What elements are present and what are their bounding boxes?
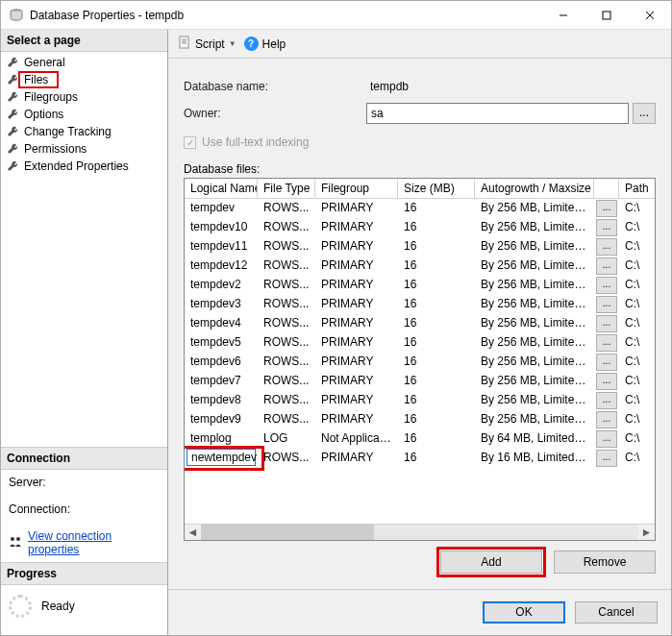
page-item-change-tracking[interactable]: Change Tracking bbox=[1, 123, 167, 140]
cell-filegroup[interactable]: PRIMARY bbox=[315, 237, 398, 257]
autogrowth-edit-button[interactable]: ... bbox=[596, 219, 617, 236]
logical-name-editor[interactable]: newtempdev| bbox=[187, 449, 256, 466]
scroll-left-icon[interactable]: ◄ bbox=[185, 525, 201, 541]
script-button[interactable]: Script ▼ bbox=[178, 36, 236, 52]
database-files-grid[interactable]: Logical Name File Type Filegroup Size (M… bbox=[184, 178, 656, 541]
cell-logical-name[interactable]: tempdev11 bbox=[185, 237, 258, 257]
col-size[interactable]: Size (MB) bbox=[398, 179, 475, 198]
cell-file-type[interactable]: ROWS... bbox=[258, 218, 315, 237]
page-item-extended-properties[interactable]: Extended Properties bbox=[1, 158, 167, 175]
cell-logical-name[interactable]: tempdev2 bbox=[185, 276, 258, 295]
cell-logical-name[interactable]: tempdev8 bbox=[185, 391, 258, 410]
cell-file-type[interactable]: ROWS... bbox=[258, 199, 315, 218]
table-row[interactable]: tempdevROWS...PRIMARY16By 256 MB, Limite… bbox=[185, 199, 655, 218]
cell-logical-name[interactable]: templog bbox=[185, 429, 258, 449]
cell-size[interactable]: 16 bbox=[398, 295, 475, 314]
cell-logical-name[interactable]: tempdev5 bbox=[185, 333, 258, 353]
cell-filegroup[interactable]: PRIMARY bbox=[315, 218, 398, 237]
table-row[interactable]: tempdev6ROWS...PRIMARY16By 256 MB, Limit… bbox=[185, 353, 655, 372]
close-button[interactable] bbox=[628, 1, 671, 29]
cell-size[interactable]: 16 bbox=[398, 333, 475, 353]
autogrowth-edit-button[interactable]: ... bbox=[596, 296, 617, 313]
cell-size[interactable]: 16 bbox=[398, 257, 475, 276]
cell-file-type[interactable]: LOG bbox=[258, 429, 315, 449]
cell-size[interactable]: 16 bbox=[398, 199, 475, 218]
scrollbar-thumb[interactable] bbox=[201, 525, 374, 541]
cell-filegroup[interactable]: PRIMARY bbox=[315, 295, 398, 314]
cell-filegroup[interactable]: PRIMARY bbox=[315, 410, 398, 429]
cell-file-type[interactable]: ROWS... bbox=[258, 237, 315, 257]
cell-logical-name[interactable]: tempdev10 bbox=[185, 218, 258, 237]
table-row[interactable]: tempdev8ROWS...PRIMARY16By 256 MB, Limit… bbox=[185, 391, 655, 410]
cell-filegroup[interactable]: PRIMARY bbox=[315, 276, 398, 295]
table-row[interactable]: newtempdev|ROWS...PRIMARY16By 16 MB, Lim… bbox=[185, 449, 655, 468]
cell-file-type[interactable]: ROWS... bbox=[258, 333, 315, 353]
autogrowth-edit-button[interactable]: ... bbox=[596, 411, 617, 428]
cell-file-type[interactable]: ROWS... bbox=[258, 295, 315, 314]
view-connection-properties-link[interactable]: View connection properties bbox=[28, 529, 160, 556]
table-row[interactable]: tempdev3ROWS...PRIMARY16By 256 MB, Limit… bbox=[185, 295, 655, 314]
cell-size[interactable]: 16 bbox=[398, 410, 475, 429]
autogrowth-edit-button[interactable]: ... bbox=[596, 450, 617, 467]
cell-filegroup[interactable]: PRIMARY bbox=[315, 391, 398, 410]
ok-button[interactable]: OK bbox=[483, 601, 565, 624]
cell-file-type[interactable]: ROWS... bbox=[258, 314, 315, 333]
page-item-options[interactable]: Options bbox=[1, 106, 167, 123]
cell-size[interactable]: 16 bbox=[398, 372, 475, 391]
table-row[interactable]: tempdev7ROWS...PRIMARY16By 256 MB, Limit… bbox=[185, 372, 655, 391]
autogrowth-edit-button[interactable]: ... bbox=[596, 373, 617, 390]
cell-file-type[interactable]: ROWS... bbox=[258, 372, 315, 391]
remove-button[interactable]: Remove bbox=[554, 550, 656, 574]
cell-size[interactable]: 16 bbox=[398, 449, 475, 468]
cell-logical-name[interactable]: tempdev3 bbox=[185, 295, 258, 314]
cell-size[interactable]: 16 bbox=[398, 237, 475, 257]
autogrowth-edit-button[interactable]: ... bbox=[596, 277, 617, 294]
cell-size[interactable]: 16 bbox=[398, 314, 475, 333]
autogrowth-edit-button[interactable]: ... bbox=[596, 257, 617, 275]
add-button[interactable]: Add bbox=[440, 550, 542, 574]
cell-logical-name[interactable]: tempdev9 bbox=[185, 410, 258, 429]
cell-file-type[interactable]: ROWS... bbox=[258, 391, 315, 410]
cell-file-type[interactable]: ROWS... bbox=[258, 257, 315, 276]
cell-logical-name[interactable]: tempdev12 bbox=[185, 257, 258, 276]
minimize-button[interactable] bbox=[541, 1, 585, 29]
page-item-general[interactable]: General bbox=[1, 54, 167, 71]
table-row[interactable]: templogLOGNot Applicable16By 64 MB, Limi… bbox=[185, 429, 655, 449]
cell-size[interactable]: 16 bbox=[398, 429, 475, 449]
help-button[interactable]: ? Help bbox=[244, 37, 286, 51]
table-row[interactable]: tempdev10ROWS...PRIMARY16By 256 MB, Limi… bbox=[185, 218, 655, 237]
owner-browse-button[interactable]: ... bbox=[633, 103, 656, 124]
cell-filegroup[interactable]: Not Applicable bbox=[315, 429, 398, 449]
table-row[interactable]: tempdev9ROWS...PRIMARY16By 256 MB, Limit… bbox=[185, 410, 655, 429]
autogrowth-edit-button[interactable]: ... bbox=[596, 392, 617, 409]
table-row[interactable]: tempdev5ROWS...PRIMARY16By 256 MB, Limit… bbox=[185, 333, 655, 353]
cell-filegroup[interactable]: PRIMARY bbox=[315, 257, 398, 276]
table-row[interactable]: tempdev2ROWS...PRIMARY16By 256 MB, Limit… bbox=[185, 276, 655, 295]
col-filegroup[interactable]: Filegroup bbox=[315, 179, 398, 198]
table-row[interactable]: tempdev4ROWS...PRIMARY16By 256 MB, Limit… bbox=[185, 314, 655, 333]
col-logical-name[interactable]: Logical Name bbox=[185, 179, 258, 198]
cell-file-type[interactable]: ROWS... bbox=[258, 410, 315, 429]
cell-size[interactable]: 16 bbox=[398, 391, 475, 410]
autogrowth-edit-button[interactable]: ... bbox=[596, 430, 617, 448]
col-file-type[interactable]: File Type bbox=[258, 179, 315, 198]
cancel-button[interactable]: Cancel bbox=[575, 601, 658, 624]
cell-logical-name[interactable]: tempdev bbox=[185, 199, 258, 218]
cell-size[interactable]: 16 bbox=[398, 218, 475, 237]
cell-logical-name[interactable]: tempdev7 bbox=[185, 372, 258, 391]
page-item-filegroups[interactable]: Filegroups bbox=[1, 88, 167, 106]
cell-filegroup[interactable]: PRIMARY bbox=[315, 372, 398, 391]
cell-logical-name[interactable]: tempdev4 bbox=[185, 314, 258, 333]
col-path[interactable]: Path bbox=[619, 179, 652, 198]
scroll-right-icon[interactable]: ► bbox=[638, 525, 655, 541]
page-item-permissions[interactable]: Permissions bbox=[1, 140, 167, 158]
cell-filegroup[interactable]: PRIMARY bbox=[315, 199, 398, 218]
cell-size[interactable]: 16 bbox=[398, 353, 475, 372]
autogrowth-edit-button[interactable]: ... bbox=[596, 238, 617, 256]
table-row[interactable]: tempdev12ROWS...PRIMARY16By 256 MB, Limi… bbox=[185, 257, 655, 276]
owner-input[interactable] bbox=[366, 103, 629, 124]
cell-file-type[interactable]: ROWS... bbox=[258, 276, 315, 295]
autogrowth-edit-button[interactable]: ... bbox=[596, 315, 617, 332]
cell-filegroup[interactable]: PRIMARY bbox=[315, 353, 398, 372]
cell-filegroup[interactable]: PRIMARY bbox=[315, 449, 398, 468]
